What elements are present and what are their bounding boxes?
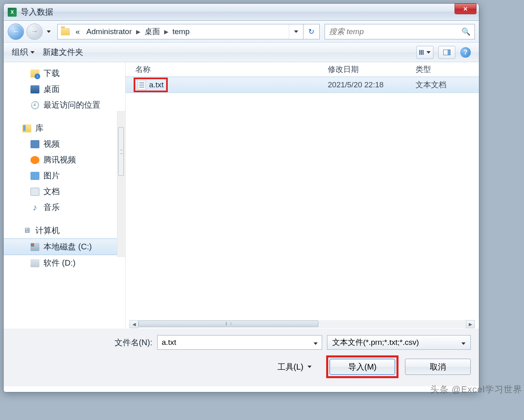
pictures-icon bbox=[30, 172, 39, 180]
video-icon bbox=[30, 140, 39, 148]
filename-combobox[interactable]: a.txt bbox=[157, 335, 322, 350]
titlebar: X 导入数据 ✕ bbox=[4, 4, 479, 21]
computer-icon: 🖥 bbox=[22, 227, 31, 235]
help-button[interactable]: ? bbox=[460, 47, 471, 58]
new-folder-button[interactable]: 新建文件夹 bbox=[43, 47, 83, 58]
scroll-track[interactable] bbox=[139, 320, 466, 328]
drive-icon bbox=[30, 259, 39, 267]
arrow-left-icon: ← bbox=[12, 27, 19, 36]
scroll-left-button[interactable]: ◀ bbox=[130, 320, 139, 328]
file-type-filter[interactable]: 文本文件(*.prn;*.txt;*.csv) bbox=[327, 335, 471, 350]
back-button[interactable]: ← bbox=[8, 24, 24, 40]
column-header-modified[interactable]: 修改日期 bbox=[328, 64, 416, 75]
organize-menu[interactable]: 组织 bbox=[12, 47, 35, 58]
annotation-highlight: 导入(M) bbox=[326, 355, 398, 378]
drive-icon bbox=[30, 243, 39, 251]
sidebar-item-video[interactable]: 视频 bbox=[4, 136, 125, 152]
search-input[interactable] bbox=[329, 27, 461, 36]
window-title: 导入数据 bbox=[21, 6, 53, 17]
tencent-icon bbox=[30, 156, 39, 164]
file-open-dialog: X 导入数据 ✕ ← → « Administrator ▶ 桌面 ▶ temp… bbox=[3, 3, 479, 392]
text-file-icon bbox=[138, 80, 146, 90]
sidebar-item-ddrive[interactable]: 软件 (D:) bbox=[4, 255, 125, 271]
address-bar[interactable]: « Administrator ▶ 桌面 ▶ temp ↻ bbox=[57, 24, 320, 39]
sidebar-item-desktop[interactable]: 桌面 bbox=[4, 81, 125, 97]
address-toolbar: ← → « Administrator ▶ 桌面 ▶ temp ↻ 🔍 bbox=[4, 21, 479, 43]
sidebar-item-music[interactable]: ♪音乐 bbox=[4, 199, 125, 215]
nav-history-dropdown[interactable] bbox=[45, 24, 52, 40]
sidebar-item-libraries[interactable]: 库 bbox=[4, 120, 125, 136]
sidebar-item-tencent[interactable]: 腾讯视频 bbox=[4, 152, 125, 168]
cancel-button[interactable]: 取消 bbox=[405, 359, 471, 375]
annotation-highlight: a.txt bbox=[134, 78, 168, 92]
breadcrumb-prefix: « bbox=[72, 27, 83, 36]
dropdown-icon bbox=[461, 338, 466, 347]
scrollbar-thumb[interactable] bbox=[118, 127, 124, 176]
file-row[interactable]: a.txt 2021/5/20 22:18 文本文档 bbox=[126, 77, 479, 93]
navigation-pane: 下载 桌面 🕘最近访问的位置 库 视频 腾讯视频 图片 文档 ♪音乐 🖥计算机 … bbox=[4, 62, 126, 329]
file-modified: 2021/5/20 22:18 bbox=[328, 80, 416, 89]
filename-label: 文件名(N): bbox=[115, 337, 152, 348]
chevron-right-icon[interactable]: ▶ bbox=[163, 28, 169, 35]
column-headers: 名称 修改日期 类型 bbox=[126, 62, 479, 77]
address-dropdown[interactable] bbox=[289, 24, 303, 39]
sidebar-item-documents[interactable]: 文档 bbox=[4, 184, 125, 199]
filename-value: a.txt bbox=[162, 338, 176, 347]
dropdown-icon[interactable] bbox=[314, 338, 318, 347]
dialog-body: 下载 桌面 🕘最近访问的位置 库 视频 腾讯视频 图片 文档 ♪音乐 🖥计算机 … bbox=[4, 62, 479, 329]
scroll-right-button[interactable]: ▶ bbox=[466, 320, 475, 328]
file-name: a.txt bbox=[149, 80, 164, 89]
filter-value: 文本文件(*.prn;*.txt;*.csv) bbox=[332, 337, 419, 348]
recent-icon: 🕘 bbox=[30, 101, 39, 109]
import-button[interactable]: 导入(M) bbox=[329, 359, 395, 375]
documents-icon bbox=[30, 188, 39, 196]
chevron-right-icon[interactable]: ▶ bbox=[135, 28, 141, 35]
close-button[interactable]: ✕ bbox=[455, 4, 476, 14]
sidebar-item-pictures[interactable]: 图片 bbox=[4, 168, 125, 184]
breadcrumb-item[interactable]: temp bbox=[169, 27, 193, 36]
music-icon: ♪ bbox=[30, 204, 39, 212]
column-header-type[interactable]: 类型 bbox=[416, 64, 479, 75]
scrollbar-thumb[interactable] bbox=[139, 320, 318, 327]
library-icon bbox=[22, 124, 31, 132]
excel-icon: X bbox=[8, 8, 17, 17]
sidebar-item-computer[interactable]: 🖥计算机 bbox=[4, 223, 125, 238]
search-box[interactable]: 🔍 bbox=[325, 24, 475, 39]
file-list-pane: 名称 修改日期 类型 a.txt 2021/5/20 22:18 文本文档 ◀ … bbox=[126, 62, 479, 329]
breadcrumb-item[interactable]: 桌面 bbox=[141, 26, 163, 37]
desktop-icon bbox=[30, 85, 39, 93]
forward-button[interactable]: → bbox=[26, 24, 43, 40]
refresh-button[interactable]: ↻ bbox=[303, 24, 319, 39]
file-type: 文本文档 bbox=[416, 80, 479, 90]
tools-menu[interactable]: 工具(L) bbox=[277, 362, 312, 372]
downloads-icon bbox=[30, 69, 39, 78]
sidebar-item-downloads[interactable]: 下载 bbox=[4, 65, 125, 81]
sidebar-item-recent[interactable]: 🕘最近访问的位置 bbox=[4, 97, 125, 113]
arrow-right-icon: → bbox=[31, 27, 38, 36]
folder-icon bbox=[61, 28, 70, 35]
command-bar: 组织 新建文件夹 ? bbox=[4, 43, 479, 62]
preview-pane-button[interactable] bbox=[438, 46, 455, 59]
horizontal-scrollbar[interactable]: ◀ ▶ bbox=[130, 320, 475, 329]
view-options-button[interactable] bbox=[416, 46, 433, 59]
column-header-name[interactable]: 名称 bbox=[126, 64, 328, 75]
search-icon[interactable]: 🔍 bbox=[461, 27, 470, 36]
sidebar-item-cdrive[interactable]: 本地磁盘 (C:) bbox=[4, 238, 125, 255]
sidebar-scrollbar[interactable] bbox=[117, 111, 125, 257]
dialog-footer: 文件名(N): a.txt 文本文件(*.prn;*.txt;*.csv) 工具… bbox=[4, 329, 479, 386]
breadcrumb-item[interactable]: Administrator bbox=[83, 27, 135, 36]
